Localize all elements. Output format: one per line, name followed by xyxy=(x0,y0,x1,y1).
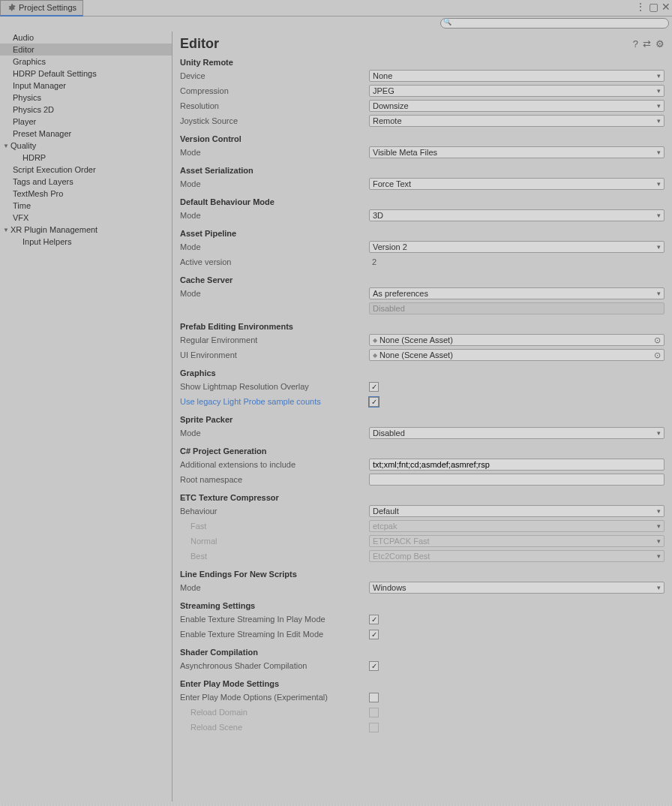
chevron-down-icon: ▼ xyxy=(3,141,10,152)
pe-ui-field[interactable]: None (Scene Asset) xyxy=(369,349,664,361)
etc-behaviour-dropdown[interactable]: Default xyxy=(369,505,664,517)
etc-normal-label: Normal xyxy=(180,537,369,546)
db-mode-label: Mode xyxy=(180,211,369,220)
etc-best-label: Best xyxy=(180,552,369,561)
sidebar-item-vfx[interactable]: VFX xyxy=(0,212,172,224)
pm-scene-label: Reload Scene xyxy=(180,723,369,732)
sp-mode-dropdown[interactable]: Disabled xyxy=(369,427,664,439)
page-title: Editor xyxy=(180,36,633,52)
shader-async-check[interactable] xyxy=(369,661,379,671)
cs-ns-input[interactable] xyxy=(369,474,664,486)
preset-icon[interactable]: ⇄ xyxy=(643,38,651,50)
sidebar-item-physics2d[interactable]: Physics 2D xyxy=(0,104,172,116)
close-icon[interactable]: ✕ xyxy=(662,2,670,12)
device-dropdown[interactable]: None xyxy=(369,70,664,82)
pm-domain-label: Reload Domain xyxy=(180,708,369,717)
le-mode-dropdown[interactable]: Windows xyxy=(369,582,664,594)
help-icon[interactable]: ? xyxy=(633,38,638,50)
stream-play-label: Enable Texture Streaming In Play Mode xyxy=(180,615,369,624)
compression-dropdown[interactable]: JPEG xyxy=(369,85,664,97)
section-unity-remote: Unity Remote xyxy=(180,58,664,67)
section-asset-serialization: Asset Serialization xyxy=(180,166,664,175)
sidebar-item-tags-layers[interactable]: Tags and Layers xyxy=(0,176,172,188)
shader-async-label: Asynchronous Shader Compilation xyxy=(180,661,369,670)
le-mode-label: Mode xyxy=(180,583,369,592)
sidebar-item-graphics[interactable]: Graphics xyxy=(0,56,172,68)
ap-active-label: Active version xyxy=(180,257,369,266)
search-input[interactable] xyxy=(440,18,669,29)
joystick-label: Joystick Source xyxy=(180,116,369,125)
pe-regular-label: Regular Environment xyxy=(180,335,369,344)
title-bar: Project Settings ⋮ ▢ ✕ xyxy=(0,0,672,17)
as-mode-dropdown[interactable]: Force Text xyxy=(369,178,664,190)
settings-icon[interactable]: ⚙ xyxy=(656,38,664,50)
cs-mode-label: Mode xyxy=(180,289,369,298)
stream-play-check[interactable] xyxy=(369,615,379,624)
device-label: Device xyxy=(180,71,369,80)
sidebar-item-input-manager[interactable]: Input Manager xyxy=(0,80,172,92)
sidebar-item-player[interactable]: Player xyxy=(0,116,172,128)
chevron-down-icon: ▼ xyxy=(3,225,10,236)
sidebar-item-xr[interactable]: ▼XR Plugin Management xyxy=(0,224,172,236)
menu-icon[interactable]: ⋮ xyxy=(635,2,646,12)
sidebar-item-hdrp-default[interactable]: HDRP Default Settings xyxy=(0,68,172,80)
compression-label: Compression xyxy=(180,86,369,95)
section-play-mode: Enter Play Mode Settings xyxy=(180,679,664,688)
sp-mode-label: Mode xyxy=(180,429,369,438)
sidebar-item-textmesh[interactable]: TextMesh Pro xyxy=(0,188,172,200)
pe-regular-field[interactable]: None (Scene Asset) xyxy=(369,334,664,346)
ap-mode-dropdown[interactable]: Version 2 xyxy=(369,241,664,253)
cs-ext-input[interactable] xyxy=(369,459,664,471)
resolution-dropdown[interactable]: Downsize xyxy=(369,100,664,112)
maximize-icon[interactable]: ▢ xyxy=(649,2,658,12)
section-line-endings: Line Endings For New Scripts xyxy=(180,570,664,579)
section-streaming: Streaming Settings xyxy=(180,601,664,610)
content-panel: Editor ? ⇄ ⚙ Unity Remote DeviceNone Com… xyxy=(172,32,672,806)
etc-fast-label: Fast xyxy=(180,522,369,531)
joystick-dropdown[interactable]: Remote xyxy=(369,115,664,127)
window-title: Project Settings xyxy=(19,3,76,12)
etc-normal-dropdown: ETCPACK Fast xyxy=(369,535,664,547)
stream-edit-label: Enable Texture Streaming In Edit Mode xyxy=(180,630,369,639)
sidebar-item-script-exec[interactable]: Script Execution Order xyxy=(0,164,172,176)
section-shader: Shader Compilation xyxy=(180,648,664,657)
sidebar-item-input-helpers[interactable]: Input Helpers xyxy=(0,236,172,248)
resolution-label: Resolution xyxy=(180,101,369,110)
cs-ns-label: Root namespace xyxy=(180,475,369,484)
vc-mode-dropdown[interactable]: Visible Meta Files xyxy=(369,146,664,158)
ap-mode-label: Mode xyxy=(180,242,369,251)
etc-behaviour-label: Behaviour xyxy=(180,507,369,516)
stream-edit-check[interactable] xyxy=(369,630,379,639)
as-mode-label: Mode xyxy=(180,179,369,188)
vc-mode-label: Mode xyxy=(180,148,369,157)
cs-mode-dropdown[interactable]: As preferences xyxy=(369,287,664,299)
search-bar xyxy=(0,17,672,32)
resize-handle[interactable] xyxy=(0,801,672,806)
window-tab[interactable]: Project Settings xyxy=(0,0,83,17)
etc-best-dropdown: Etc2Comp Best xyxy=(369,550,664,562)
section-prefab: Prefab Editing Environments xyxy=(180,322,664,331)
pe-ui-label: UI Environment xyxy=(180,350,369,359)
gfx-lightmap-label: Show Lightmap Resolution Overlay xyxy=(180,382,369,391)
sidebar-item-preset-manager[interactable]: Preset Manager xyxy=(0,128,172,140)
pm-domain-check xyxy=(369,708,379,717)
pm-options-check[interactable] xyxy=(369,693,379,702)
cs-ext-label: Additional extensions to include xyxy=(180,460,369,469)
cs-status: Disabled xyxy=(369,302,664,314)
gfx-lightmap-check[interactable] xyxy=(369,382,379,392)
gfx-lightprobe-label: Use legacy Light Probe sample counts xyxy=(180,397,369,406)
section-cache-server: Cache Server xyxy=(180,275,664,284)
ap-active-value: 2 xyxy=(369,257,664,266)
sidebar-item-hdrp[interactable]: HDRP xyxy=(0,152,172,164)
section-graphics: Graphics xyxy=(180,368,664,377)
sidebar-item-audio[interactable]: Audio xyxy=(0,32,172,44)
db-mode-dropdown[interactable]: 3D xyxy=(369,209,664,221)
sidebar-item-quality[interactable]: ▼Quality xyxy=(0,140,172,152)
sidebar-item-physics[interactable]: Physics xyxy=(0,92,172,104)
pm-options-label: Enter Play Mode Options (Experimental) xyxy=(180,693,369,702)
gfx-lightprobe-check[interactable] xyxy=(369,397,379,407)
section-version-control: Version Control xyxy=(180,134,664,143)
sidebar-item-time[interactable]: Time xyxy=(0,200,172,212)
sidebar-item-editor[interactable]: Editor xyxy=(0,44,172,56)
section-etc: ETC Texture Compressor xyxy=(180,493,664,502)
